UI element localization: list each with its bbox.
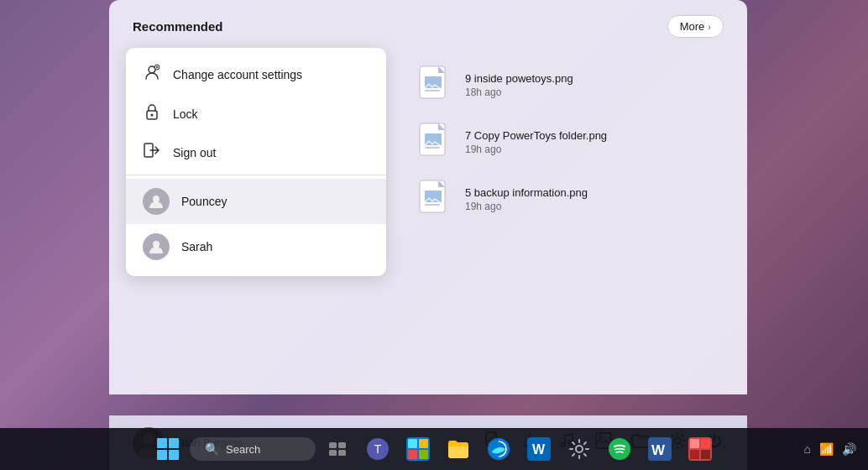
file-name-1: 7 Copy PowerToys folder.png [465, 129, 607, 142]
svg-rect-36 [408, 439, 417, 448]
svg-rect-31 [329, 450, 337, 456]
edge-button[interactable] [480, 431, 517, 467]
file-info-0: 9 inside powetoys.png 18h ago [465, 72, 573, 98]
svg-rect-28 [169, 450, 179, 460]
settings-taskbar-button[interactable] [561, 431, 598, 467]
tray-icon-2: 📶 [816, 439, 837, 459]
svg-rect-39 [419, 450, 428, 459]
taskbar-center: 🔍 Search T [149, 431, 719, 467]
svg-point-6 [153, 241, 159, 248]
account-settings-icon [143, 64, 161, 85]
pouncey-avatar [143, 188, 170, 215]
recommended-title: Recommended [133, 19, 223, 34]
start-menu-panel: Recommended More › Change account settin… [109, 0, 747, 394]
svg-rect-50 [690, 450, 699, 459]
svg-rect-38 [408, 450, 417, 459]
search-icon: 🔍 [205, 442, 219, 456]
recommended-header: Recommended More › [109, 0, 747, 48]
user-sarah-item[interactable]: Sarah [126, 224, 386, 269]
sarah-avatar [143, 233, 170, 260]
search-bar[interactable]: 🔍 Search [190, 437, 316, 461]
content-area: Change account settings Lock [109, 48, 747, 276]
lock-icon [143, 103, 161, 124]
sign-out-item[interactable]: Sign out [126, 133, 386, 171]
file-icon-1 [418, 122, 453, 162]
menu-divider [126, 175, 386, 175]
svg-point-43 [576, 446, 583, 452]
account-menu: Change account settings Lock [126, 48, 386, 276]
spotify-button[interactable] [601, 431, 638, 467]
file-icon-0 [418, 65, 453, 105]
file-item-0[interactable]: 9 inside powetoys.png 18h ago [411, 56, 722, 113]
file-time-1: 19h ago [465, 144, 607, 155]
svg-point-3 [151, 114, 154, 117]
file-time-2: 19h ago [465, 201, 588, 212]
lock-item[interactable]: Lock [126, 94, 386, 133]
sarah-name: Sarah [181, 240, 212, 253]
svg-rect-29 [329, 442, 337, 448]
svg-rect-12 [425, 147, 440, 149]
svg-text:W: W [651, 442, 666, 458]
svg-rect-30 [338, 442, 346, 448]
svg-text:W: W [532, 442, 546, 457]
file-explorer-button[interactable] [440, 431, 477, 467]
svg-point-5 [153, 196, 159, 202]
task-view-button[interactable] [319, 431, 356, 467]
ms-apps-button[interactable]: W [520, 431, 557, 467]
word-button[interactable]: W [641, 431, 678, 467]
file-item-1[interactable]: 7 Copy PowerToys folder.png 19h ago [411, 113, 722, 170]
svg-rect-25 [157, 438, 167, 448]
system-tray: ⌂ 📶 🔊 [801, 439, 860, 459]
file-icon-2 [418, 179, 453, 219]
lock-label: Lock [173, 107, 198, 121]
file-item-2[interactable]: 5 backup information.png 19h ago [411, 170, 722, 227]
taskbar: 🔍 Search T [0, 428, 868, 470]
svg-rect-37 [419, 439, 428, 448]
svg-rect-27 [157, 450, 167, 460]
file-name-0: 9 inside powetoys.png [465, 72, 573, 85]
sign-out-icon [143, 143, 161, 162]
svg-rect-48 [690, 439, 699, 448]
svg-rect-26 [169, 438, 179, 448]
ms-store-button[interactable] [400, 431, 437, 467]
change-account-label: Change account settings [173, 68, 302, 81]
svg-rect-32 [338, 450, 346, 456]
svg-rect-9 [425, 90, 440, 91]
more-label: More [680, 20, 705, 33]
recent-files-list: 9 inside powetoys.png 18h ago 7 Copy Pow… [403, 48, 730, 276]
search-text: Search [226, 443, 260, 456]
svg-rect-51 [701, 450, 710, 459]
tray-icon-3: 🔊 [839, 439, 860, 459]
unknown-app-button[interactable] [682, 431, 719, 467]
svg-text:T: T [374, 442, 382, 456]
change-account-item[interactable]: Change account settings [126, 55, 386, 94]
file-info-2: 5 backup information.png 19h ago [465, 186, 588, 212]
teams-button[interactable]: T [359, 431, 396, 467]
file-time-0: 18h ago [465, 86, 573, 98]
user-pouncey-item[interactable]: Pouncey [126, 179, 386, 224]
file-info-1: 7 Copy PowerToys folder.png 19h ago [465, 129, 607, 155]
pouncey-name: Pouncey [181, 195, 227, 208]
start-button[interactable] [149, 431, 186, 467]
sign-out-label: Sign out [173, 146, 216, 159]
file-name-2: 5 backup information.png [465, 186, 588, 199]
svg-rect-49 [701, 439, 710, 448]
chevron-right-icon: › [708, 22, 711, 32]
more-button[interactable]: More › [667, 15, 724, 38]
tray-icon-1: ⌂ [801, 439, 814, 459]
svg-rect-15 [425, 204, 440, 206]
